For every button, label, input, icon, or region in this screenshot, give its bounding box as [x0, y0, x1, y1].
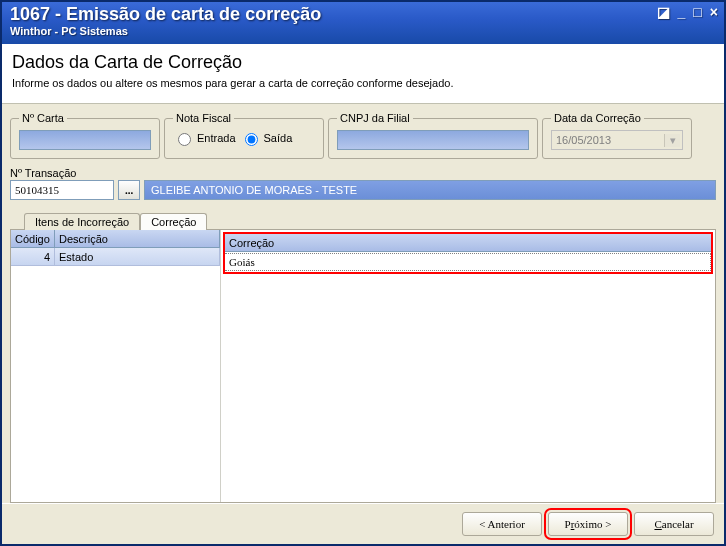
data-correcao-value: 16/05/2013	[556, 134, 611, 146]
titlebar: 1067 - Emissão de carta de correção Wint…	[2, 2, 724, 44]
tab-correcao[interactable]: Correção	[140, 213, 207, 230]
radio-saida-label: Saída	[264, 132, 293, 144]
legend-numero-carta: Nº Carta	[19, 112, 67, 124]
correcao-highlight: Correção	[223, 232, 713, 274]
window-controls: ◪ _ □ ×	[657, 4, 718, 20]
radio-entrada-label: Entrada	[197, 132, 236, 144]
grid-header-left: Código Descrição	[11, 230, 220, 248]
right-pane: Correção	[221, 230, 715, 502]
window-subtitle: Winthor - PC Sistemas	[10, 25, 718, 37]
app-window: 1067 - Emissão de carta de correção Wint…	[0, 0, 726, 546]
page-header: Dados da Carta de Correção Informe os da…	[2, 44, 724, 104]
group-cnpj-filial: CNPJ da Filial	[328, 112, 538, 159]
proximo-button[interactable]: Próximo >	[548, 512, 628, 536]
footer-bar: < Anterior Próximo > Cancelar	[2, 503, 724, 544]
cnpj-filial-input[interactable]	[337, 130, 529, 150]
correcao-input[interactable]	[225, 253, 711, 271]
tabs-container: Itens de Incorreção Correção Código Desc…	[10, 212, 716, 503]
minimize-icon[interactable]: _	[678, 4, 686, 20]
form-area: Nº Carta Nota Fiscal Entrada Saída	[2, 104, 724, 204]
grid-left: Código Descrição 4 Estado	[11, 230, 221, 502]
col-codigo: Código	[11, 230, 55, 247]
cancelar-button[interactable]: Cancelar	[634, 512, 714, 536]
window-title: 1067 - Emissão de carta de correção	[10, 4, 718, 25]
page-title: Dados da Carta de Correção	[12, 52, 714, 73]
numero-transacao-label: Nº Transação	[10, 167, 114, 179]
legend-cnpj-filial: CNPJ da Filial	[337, 112, 413, 124]
radio-saida[interactable]: Saída	[240, 130, 293, 146]
group-data-correcao: Data da Correção 16/05/2013 ▾	[542, 112, 692, 159]
page-description: Informe os dados ou altere os mesmos par…	[12, 77, 714, 89]
numero-carta-input[interactable]	[19, 130, 151, 150]
numero-transacao-input[interactable]	[10, 180, 114, 200]
cell-descricao: Estado	[55, 248, 220, 265]
col-descricao: Descrição	[55, 230, 220, 247]
table-row[interactable]: 4 Estado	[11, 248, 220, 266]
chevron-down-icon: ▾	[664, 134, 680, 147]
col-correcao: Correção	[225, 234, 711, 252]
legend-data-correcao: Data da Correção	[551, 112, 644, 124]
group-numero-carta: Nº Carta	[10, 112, 160, 159]
tab-panel-correcao: Código Descrição 4 Estado Correção	[10, 229, 716, 503]
restore-down-icon[interactable]: ◪	[657, 4, 670, 20]
close-icon[interactable]: ×	[710, 4, 718, 20]
lookup-transacao-button[interactable]: ...	[118, 180, 140, 200]
radio-saida-input[interactable]	[245, 133, 258, 146]
radio-entrada[interactable]: Entrada	[173, 130, 236, 146]
legend-nota-fiscal: Nota Fiscal	[173, 112, 234, 124]
tab-itens-incorrecao[interactable]: Itens de Incorreção	[24, 213, 140, 230]
transacao-display: GLEIBE ANTONIO DE MORAES - TESTE	[144, 180, 716, 200]
radio-entrada-input[interactable]	[178, 133, 191, 146]
data-correcao-field: 16/05/2013 ▾	[551, 130, 683, 150]
maximize-icon[interactable]: □	[693, 4, 701, 20]
cell-codigo: 4	[11, 248, 55, 265]
anterior-button[interactable]: < Anterior	[462, 512, 542, 536]
tab-strip: Itens de Incorreção Correção	[24, 212, 716, 229]
group-nota-fiscal: Nota Fiscal Entrada Saída	[164, 112, 324, 159]
